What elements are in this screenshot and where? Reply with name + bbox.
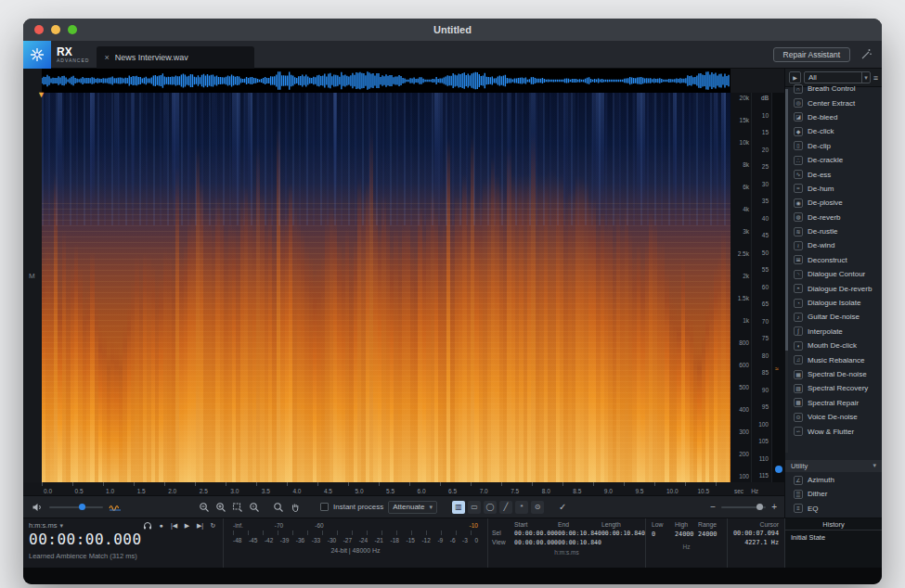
freq-range-value[interactable]: 24000 [698,530,721,538]
module-item[interactable]: ◪ De-bleed [790,110,882,124]
magic-wand-selection-tool-icon[interactable]: * [515,501,528,514]
spectrogram-waveform-blend-icon[interactable] [109,501,122,514]
module-item[interactable]: ▯ De-clip [790,139,882,153]
module-icon: ◎ [794,98,803,108]
module-item[interactable]: ◔ Dialogue Isolate [790,296,882,310]
meter-scale-label: 0 [474,537,478,543]
module-item[interactable]: ◓ Dialogue De-reverb [790,281,882,295]
magnify-tool-icon[interactable] [272,501,285,514]
history-item[interactable]: Initial State [785,530,882,543]
module-item[interactable]: ▨ Spectral Recovery [790,381,882,395]
module-label: De-ess [808,171,831,179]
chevron-down-icon: ▾ [59,522,63,530]
zoom-selection-icon[interactable] [231,501,244,514]
channel-label: M [29,272,35,280]
instant-process-checkbox[interactable] [320,503,329,511]
freq-tick-label: 800 [730,340,749,347]
time-selection-tool-icon[interactable]: ▥ [452,501,465,514]
speaker-icon[interactable] [31,501,44,514]
loop-playback-icon[interactable]: ↻ [209,522,217,530]
skip-to-end-icon[interactable]: ▶| [196,522,204,530]
selection-start-value[interactable]: 00:00:00.000 [514,530,558,537]
waveform-overview[interactable] [42,69,730,93]
skip-to-start-icon[interactable]: |◀ [170,522,178,530]
utility-module-item[interactable]: ▒ Dither [790,487,882,501]
module-item[interactable]: ∴ De-crackle [790,153,882,167]
module-item[interactable]: ∩ Breath Control [790,82,882,96]
magic-wand-icon[interactable] [860,48,873,61]
module-icon: ≡ [794,504,803,513]
playhead-marker-icon[interactable]: ▼ [37,90,45,99]
selection-end-value[interactable]: 00:00:10.840 [558,530,601,537]
monitor-headphones-icon[interactable] [143,521,152,530]
module-item[interactable]: ▩ Spectral Repair [790,396,882,410]
freq-tick-label: 15k [730,118,749,124]
status-panel: h:m:s.ms ▾ ● |◀ ▶ ▶| ↻ 00:00:00.000 Lear… [23,518,882,568]
time-frequency-selection-tool-icon[interactable]: ▭ [468,501,481,514]
play-icon[interactable]: ▶ [183,522,191,530]
view-end-value[interactable]: 00:00:10.840 [558,539,601,546]
horizontal-zoom-thumb[interactable] [756,504,763,510]
module-label: Center Extract [808,99,855,108]
magnify-selection-tool-icon[interactable]: ⊙ [531,501,544,514]
module-item[interactable]: ∫ Interpolate [790,325,882,339]
vertical-scrollbar-thumb[interactable] [775,466,782,473]
repair-assistant-button[interactable]: Repair Assistant [773,47,850,62]
zoom-out-icon[interactable] [198,501,211,514]
view-start-value[interactable]: 00:00:00.000 [514,539,558,546]
file-tab[interactable]: × News Interview.wav [97,46,254,69]
confirm-selection-icon[interactable]: ✓ [559,502,566,512]
module-icon: ▩ [794,398,803,407]
zoom-in-icon[interactable] [214,501,227,514]
module-item[interactable]: ≀ De-wind [790,238,882,252]
volume-slider[interactable] [49,506,103,508]
module-item[interactable]: ♪ Guitar De-noise [790,310,882,324]
zoom-all-icon[interactable] [248,501,261,514]
module-item[interactable]: ∿ De-ess [790,167,882,181]
module-label: Azimuth [808,476,834,484]
time-tick-label: 9.0 [604,488,636,494]
time-ruler[interactable]: 0.00.51.01.52.02.53.03.54.04.55.05.56.06… [42,482,730,495]
tab-close-icon[interactable]: × [104,53,109,62]
record-icon[interactable]: ● [157,522,165,529]
module-item[interactable]: ◆ De-click [790,124,882,138]
module-item[interactable]: ≈ De-hum [790,182,882,196]
module-item[interactable]: ◖ Mouth De-click [790,339,882,352]
time-format-label[interactable]: h:m:s.ms [29,521,57,530]
vertical-scrollbar[interactable]: ≈ [771,93,784,482]
selection-length-value[interactable]: 00:00:10.840 [601,530,645,537]
panel-menu-icon[interactable]: ≡ [873,73,878,83]
horizontal-zoom-in-icon[interactable]: + [771,502,777,512]
module-item[interactable]: ⊙ Voice De-noise [790,410,882,424]
horizontal-zoom-out-icon[interactable]: − [710,502,716,512]
module-item[interactable]: ≋ De-rustle [790,224,882,238]
meter-scale-label: -33 [312,537,320,543]
module-list-scrollbar[interactable] [785,89,788,453]
utility-section-header[interactable]: Utility ▾ [785,460,882,472]
module-item[interactable]: ▦ Spectral De-noise [790,367,882,381]
freq-high-value[interactable]: 24000 [675,530,698,538]
utility-module-item[interactable]: ≡ EQ [790,502,882,516]
process-mode-value: Attenuate [393,503,424,511]
hand-tool-icon[interactable] [289,501,302,514]
time-tick-label: 1.0 [106,488,137,494]
history-list: Initial State [785,530,882,543]
history-header[interactable]: History [785,518,882,530]
brush-selection-tool-icon[interactable]: ╱ [499,501,512,514]
process-mode-dropdown[interactable]: Attenuate ▾ [388,501,437,514]
module-item[interactable]: ◝ Dialogue Contour [790,267,882,281]
spectrogram-canvas[interactable] [42,93,730,482]
horizontal-zoom-slider[interactable] [721,506,766,508]
chevron-down-icon: ▾ [873,462,876,469]
module-item[interactable]: ◎ Center Extract [790,96,882,109]
module-item[interactable]: ◉ De-plosive [790,196,882,210]
freq-low-value[interactable]: 0 [652,530,675,538]
volume-slider-thumb[interactable] [79,504,85,510]
module-item[interactable]: ◍ De-reverb [790,211,882,224]
meter-scale-label: -15 [406,537,414,543]
lasso-selection-tool-icon[interactable]: ◯ [484,501,497,514]
utility-module-item[interactable]: ∠ Azimuth [790,473,882,487]
module-item[interactable]: ♫ Music Rebalance [790,352,882,366]
module-item[interactable]: ∽ Wow & Flutter [790,424,882,438]
module-item[interactable]: ⊞ Deconstruct [790,253,882,267]
